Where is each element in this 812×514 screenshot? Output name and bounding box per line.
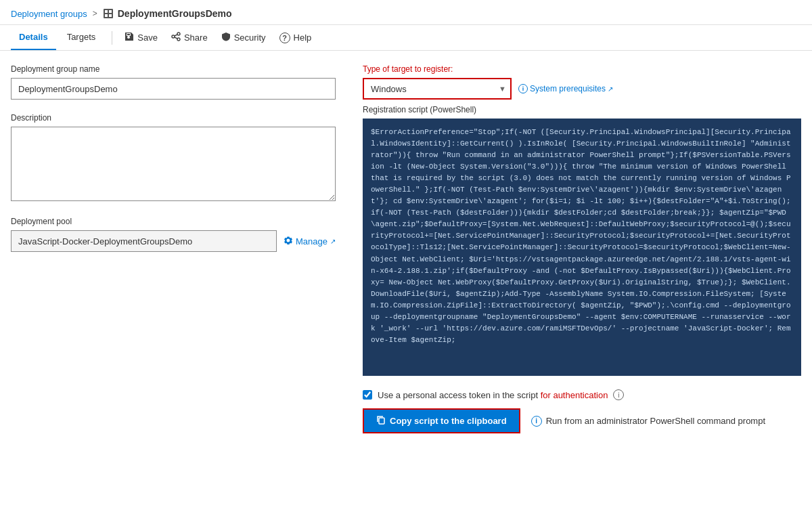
pool-input[interactable]	[11, 230, 277, 252]
save-icon	[125, 32, 134, 43]
left-panel: Deployment group name Description Deploy…	[11, 64, 336, 433]
breadcrumb-icon	[103, 8, 114, 19]
token-info-icon[interactable]: i	[613, 389, 624, 400]
shield-icon	[221, 32, 231, 43]
description-input[interactable]	[11, 127, 336, 201]
script-label: Registration script (PowerShell)	[363, 105, 801, 114]
svg-line-9	[175, 37, 177, 39]
info-circle-icon: i	[518, 84, 528, 93]
share-label: Share	[184, 33, 208, 43]
action-row: Copy script to the clipboard i Run from …	[363, 408, 801, 433]
svg-point-7	[177, 38, 180, 41]
system-prereq-link[interactable]: i System prerequisites ↗	[518, 84, 613, 93]
share-icon	[171, 32, 181, 43]
external-link-icon-prereq: ↗	[608, 85, 613, 93]
pool-row: Manage ↗	[11, 230, 336, 252]
svg-rect-1	[105, 10, 108, 13]
select-row: Windows Linux ▼ i System prerequisites ↗	[363, 78, 801, 100]
token-label: Use a personal access token in the scrip…	[378, 390, 608, 400]
pool-label: Deployment pool	[11, 217, 336, 226]
breadcrumb-separator: >	[93, 9, 97, 18]
external-link-icon: ↗	[330, 238, 336, 245]
description-label: Description	[11, 113, 336, 123]
copy-script-button[interactable]: Copy script to the clipboard	[363, 408, 520, 433]
security-label: Security	[234, 33, 266, 43]
help-label: Help	[294, 33, 312, 43]
help-action[interactable]: ? Help	[273, 27, 319, 49]
manage-link[interactable]: Manage ↗	[284, 236, 336, 247]
token-checkbox[interactable]	[363, 390, 372, 400]
group-name-label: Deployment group name	[11, 64, 336, 74]
breadcrumb-current: DeploymentGroupsDemo	[118, 8, 232, 19]
run-from-text: i Run from an administrator PowerShell c…	[531, 416, 765, 427]
security-action[interactable]: Security	[215, 26, 273, 49]
prereq-label: System prerequisites	[530, 84, 606, 93]
script-content: $ErrorActionPreference="Stop";If(-NOT ([…	[363, 119, 801, 376]
svg-rect-4	[109, 14, 112, 17]
type-label: Type of target to register:	[363, 64, 801, 74]
target-type-select[interactable]: Windows Linux	[363, 78, 512, 100]
target-type-field: Type of target to register: Windows Linu…	[363, 64, 801, 376]
run-from-label: Run from an administrator PowerShell com…	[546, 416, 765, 426]
main-content: Deployment group name Description Deploy…	[0, 51, 812, 447]
share-action[interactable]: Share	[164, 26, 215, 49]
copy-icon	[376, 415, 386, 427]
run-info-icon: i	[531, 416, 542, 427]
svg-point-5	[177, 33, 180, 35]
pool-field: Deployment pool Manage ↗	[11, 217, 336, 252]
target-select-wrapper: Windows Linux ▼	[363, 78, 512, 100]
svg-point-6	[172, 35, 175, 38]
gear-icon	[284, 236, 293, 247]
nav-divider	[112, 31, 112, 45]
breadcrumb-parent-link[interactable]: Deployment groups	[11, 9, 87, 19]
copy-button-label: Copy script to the clipboard	[390, 416, 507, 426]
manage-label: Manage	[296, 236, 328, 247]
nav-tabs: Details Targets Save Share Security ? He…	[0, 25, 812, 51]
svg-line-8	[175, 35, 177, 36]
token-checkbox-row: Use a personal access token in the scrip…	[363, 389, 801, 400]
description-field: Description	[11, 113, 336, 203]
group-name-field: Deployment group name	[11, 64, 336, 100]
tab-targets[interactable]: Targets	[59, 25, 104, 50]
save-action[interactable]: Save	[118, 26, 164, 49]
svg-rect-10	[379, 418, 384, 424]
svg-rect-2	[109, 10, 112, 13]
right-panel: Type of target to register: Windows Linu…	[363, 64, 801, 433]
save-label: Save	[137, 33, 158, 43]
tab-details[interactable]: Details	[11, 25, 56, 50]
page-header: Deployment groups > DeploymentGroupsDemo	[0, 0, 812, 25]
svg-rect-3	[105, 14, 108, 17]
help-icon: ?	[279, 33, 290, 43]
group-name-input[interactable]	[11, 78, 336, 100]
breadcrumb: Deployment groups > DeploymentGroupsDemo	[11, 8, 801, 19]
